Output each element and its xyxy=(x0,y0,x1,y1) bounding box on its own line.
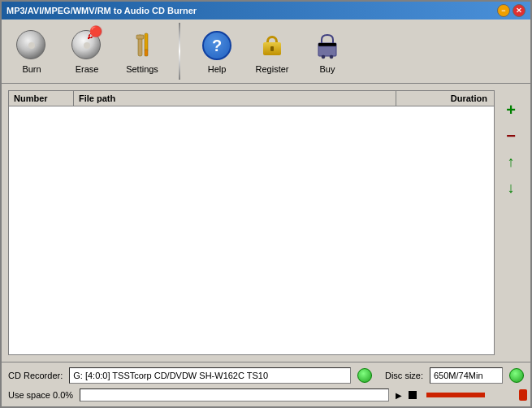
svg-rect-5 xyxy=(318,43,336,46)
toolbar-separator xyxy=(179,23,180,80)
cd-recorder-label: CD Recorder: xyxy=(8,371,63,380)
disc-size-label: Disc size: xyxy=(385,371,423,380)
help-label: Help xyxy=(208,64,227,74)
settings-icon xyxy=(125,28,159,63)
disc-size-dropdown-button[interactable] xyxy=(509,368,524,383)
column-header-filepath: File path xyxy=(74,91,396,106)
help-button[interactable]: ? Help xyxy=(193,25,240,77)
column-header-number: Number xyxy=(9,91,74,106)
erase-button[interactable]: 🖊 🔴 Erase xyxy=(63,25,110,77)
lock-body xyxy=(263,42,281,55)
register-label: Register xyxy=(256,64,289,74)
disc-size-value: 650M/74Min xyxy=(430,367,503,384)
remove-file-button[interactable]: − xyxy=(501,126,521,145)
side-buttons: + − ↑ ↓ xyxy=(498,90,524,355)
toolbar-group-left: Burn 🖊 🔴 Erase xyxy=(8,25,166,77)
close-button[interactable]: ✕ xyxy=(513,4,526,17)
buy-icon xyxy=(310,28,344,63)
svg-point-8 xyxy=(330,55,333,59)
play-button[interactable]: ▶ xyxy=(396,391,402,400)
register-icon xyxy=(255,28,289,63)
move-up-button[interactable]: ↑ xyxy=(501,152,521,171)
main-window: MP3/AVI/MPEG/WMV/RM to Audio CD Burner −… xyxy=(0,0,532,408)
title-bar: MP3/AVI/MPEG/WMV/RM to Audio CD Burner −… xyxy=(2,2,530,20)
file-list-body[interactable] xyxy=(9,106,494,354)
remove-icon: − xyxy=(506,127,516,145)
cd-recorder-value: G: [4:0:0] TSSTcorp CD/DVDW SH-W162C TS1… xyxy=(69,367,351,384)
svg-rect-2 xyxy=(145,33,148,51)
volume-slider[interactable] xyxy=(426,393,524,397)
add-file-button[interactable]: + xyxy=(501,100,521,119)
move-down-button[interactable]: ↓ xyxy=(501,178,521,197)
toolbar-group-right: ? Help Register xyxy=(193,25,351,77)
minimize-button[interactable]: − xyxy=(497,4,510,17)
settings-button[interactable]: Settings xyxy=(119,25,166,77)
help-icon: ? xyxy=(200,28,234,63)
status-bar: CD Recorder: G: [4:0:0] TSSTcorp CD/DVDW… xyxy=(2,362,530,406)
erase-label: Erase xyxy=(76,64,99,74)
toolbar: Burn 🖊 🔴 Erase xyxy=(2,20,530,84)
title-bar-controls: − ✕ xyxy=(497,4,526,17)
down-arrow-icon: ↓ xyxy=(508,180,515,197)
file-list-container: Number File path Duration xyxy=(8,90,495,355)
erase-icon: 🖊 🔴 xyxy=(70,28,104,63)
burn-button[interactable]: Burn xyxy=(8,25,55,77)
buy-label: Buy xyxy=(320,64,335,74)
column-header-duration: Duration xyxy=(396,91,494,106)
use-space-label: Use space 0.0% xyxy=(8,390,73,400)
settings-label: Settings xyxy=(126,64,158,74)
register-button[interactable]: Register xyxy=(249,25,296,77)
help-circle: ? xyxy=(202,31,231,60)
stop-button[interactable] xyxy=(409,391,417,399)
window-title: MP3/AVI/MPEG/WMV/RM to Audio CD Burner xyxy=(6,6,197,15)
up-arrow-icon: ↑ xyxy=(508,154,515,171)
progress-bar xyxy=(80,388,389,401)
add-icon: + xyxy=(506,101,516,119)
main-content: Number File path Duration + − ↑ ↓ xyxy=(2,84,530,362)
cd-recorder-dropdown-button[interactable] xyxy=(357,368,372,383)
status-row1: CD Recorder: G: [4:0:0] TSSTcorp CD/DVDW… xyxy=(8,367,524,384)
burn-label: Burn xyxy=(22,64,41,74)
svg-rect-3 xyxy=(145,50,148,56)
svg-point-7 xyxy=(322,55,325,59)
status-row2: Use space 0.0% ▶ xyxy=(8,388,524,401)
svg-rect-1 xyxy=(136,35,144,39)
burn-icon xyxy=(15,28,49,63)
buy-button[interactable]: Buy xyxy=(304,25,351,77)
list-header: Number File path Duration xyxy=(9,91,494,106)
lock-icon xyxy=(257,31,287,60)
